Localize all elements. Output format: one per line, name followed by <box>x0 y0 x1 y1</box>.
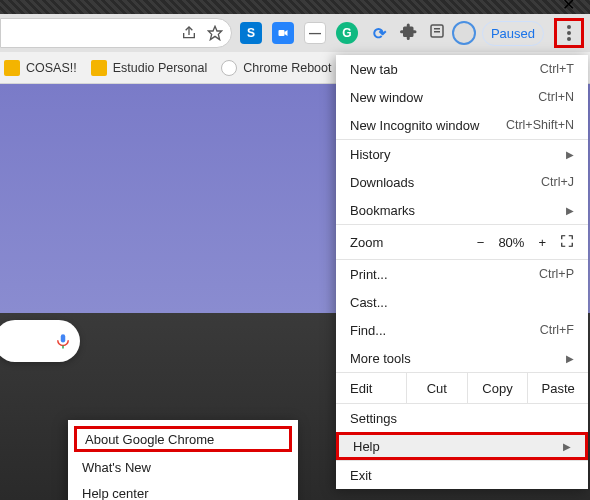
extension-icons: S — G ⟳ <box>240 22 446 44</box>
fullscreen-icon[interactable] <box>560 234 574 251</box>
menu-more-tools[interactable]: More tools ▶ <box>336 344 588 372</box>
bookmark-star-icon[interactable] <box>207 25 223 41</box>
menu-shortcut: Ctrl+Shift+N <box>506 118 574 132</box>
menu-label: Zoom <box>350 235 383 250</box>
menu-label: Exit <box>350 468 372 483</box>
reload-extension-icon[interactable]: ⟳ <box>368 22 390 44</box>
address-bar[interactable] <box>0 18 232 48</box>
skype-extension-icon[interactable]: S <box>240 22 262 44</box>
menu-new-incognito[interactable]: New Incognito window Ctrl+Shift+N <box>336 111 588 139</box>
bookmark-label: Estudio Personal <box>113 61 208 75</box>
bookmark-item[interactable]: Estudio Personal <box>91 60 208 76</box>
menu-label: Settings <box>350 411 397 426</box>
menu-downloads[interactable]: Downloads Ctrl+J <box>336 168 588 196</box>
menu-label: Find... <box>350 323 386 338</box>
folder-icon <box>91 60 107 76</box>
profile-area: Paused <box>452 18 584 48</box>
menu-edit-row: Edit Cut Copy Paste <box>336 373 588 403</box>
folder-icon <box>4 60 20 76</box>
menu-label: New window <box>350 90 423 105</box>
menu-label: Cast... <box>350 295 388 310</box>
menu-label: Bookmarks <box>350 203 415 218</box>
bookmark-label: COSAS!! <box>26 61 77 75</box>
menu-new-tab[interactable]: New tab Ctrl+T <box>336 55 588 83</box>
menu-bookmarks[interactable]: Bookmarks ▶ <box>336 196 588 224</box>
menu-print[interactable]: Print... Ctrl+P <box>336 260 588 288</box>
menu-label: What's New <box>82 460 151 475</box>
sync-paused-chip[interactable]: Paused <box>482 21 544 46</box>
svg-rect-8 <box>61 334 66 342</box>
svg-point-7 <box>567 37 571 41</box>
reading-list-icon[interactable] <box>428 22 446 44</box>
menu-shortcut: Ctrl+J <box>541 175 574 189</box>
menu-history[interactable]: History ▶ <box>336 140 588 168</box>
menu-edit-label: Edit <box>336 373 406 403</box>
menu-shortcut: Ctrl+P <box>539 267 574 281</box>
menu-find[interactable]: Find... Ctrl+F <box>336 316 588 344</box>
window-close-button[interactable]: ✕ <box>546 0 590 14</box>
help-about-chrome[interactable]: About Google Chrome <box>74 426 292 452</box>
menu-zoom: Zoom − 80% + <box>336 225 588 259</box>
zoom-in-button[interactable]: + <box>538 235 546 250</box>
menu-settings[interactable]: Settings <box>336 404 588 432</box>
voice-search-button[interactable] <box>0 320 80 362</box>
help-whats-new[interactable]: What's New <box>68 454 298 480</box>
chevron-right-icon: ▶ <box>566 353 574 364</box>
menu-label: Help center <box>82 486 148 501</box>
overflow-menu: New tab Ctrl+T New window Ctrl+N New Inc… <box>336 55 588 489</box>
chevron-right-icon: ▶ <box>566 205 574 216</box>
menu-label: New Incognito window <box>350 118 479 133</box>
menu-label: More tools <box>350 351 411 366</box>
meet-extension-icon[interactable] <box>272 22 294 44</box>
chevron-right-icon: ▶ <box>566 149 574 160</box>
svg-rect-1 <box>279 30 285 36</box>
zoom-out-button[interactable]: − <box>477 235 485 250</box>
menu-exit[interactable]: Exit <box>336 461 588 489</box>
mic-icon <box>54 332 72 350</box>
overflow-menu-button[interactable] <box>554 18 584 48</box>
menu-label: Print... <box>350 267 388 282</box>
menu-cut[interactable]: Cut <box>406 373 467 403</box>
extensions-puzzle-icon[interactable] <box>400 22 418 44</box>
menu-label: New tab <box>350 62 398 77</box>
menu-label: History <box>350 147 390 162</box>
bookmark-item[interactable]: Chrome Reboot <box>221 60 331 76</box>
grammarly-extension-icon[interactable]: G <box>336 22 358 44</box>
browser-toolbar: S — G ⟳ Paused <box>0 14 590 52</box>
window-titlebar: ✕ <box>0 0 590 14</box>
help-help-center[interactable]: Help center <box>68 480 298 500</box>
share-icon[interactable] <box>181 25 197 41</box>
svg-point-6 <box>567 31 571 35</box>
menu-shortcut: Ctrl+F <box>540 323 574 337</box>
menu-shortcut: Ctrl+N <box>538 90 574 104</box>
menu-cast[interactable]: Cast... <box>336 288 588 316</box>
svg-point-5 <box>567 25 571 29</box>
menu-label: About Google Chrome <box>85 432 214 447</box>
menu-label: Downloads <box>350 175 414 190</box>
svg-marker-0 <box>208 26 221 39</box>
menu-shortcut: Ctrl+T <box>540 62 574 76</box>
profile-avatar[interactable] <box>452 21 476 45</box>
menu-paste[interactable]: Paste <box>527 373 588 403</box>
globe-icon <box>221 60 237 76</box>
bookmark-label: Chrome Reboot <box>243 61 331 75</box>
chevron-right-icon: ▶ <box>563 441 571 452</box>
menu-label: Help <box>353 439 380 454</box>
bookmark-item[interactable]: COSAS!! <box>4 60 77 76</box>
vertical-dots-icon <box>567 25 571 41</box>
extension-icon-disabled[interactable]: — <box>304 22 326 44</box>
help-submenu: About Google Chrome What's New Help cent… <box>68 420 298 500</box>
menu-new-window[interactable]: New window Ctrl+N <box>336 83 588 111</box>
menu-help[interactable]: Help ▶ <box>336 432 588 460</box>
zoom-value: 80% <box>498 235 524 250</box>
menu-copy[interactable]: Copy <box>467 373 528 403</box>
